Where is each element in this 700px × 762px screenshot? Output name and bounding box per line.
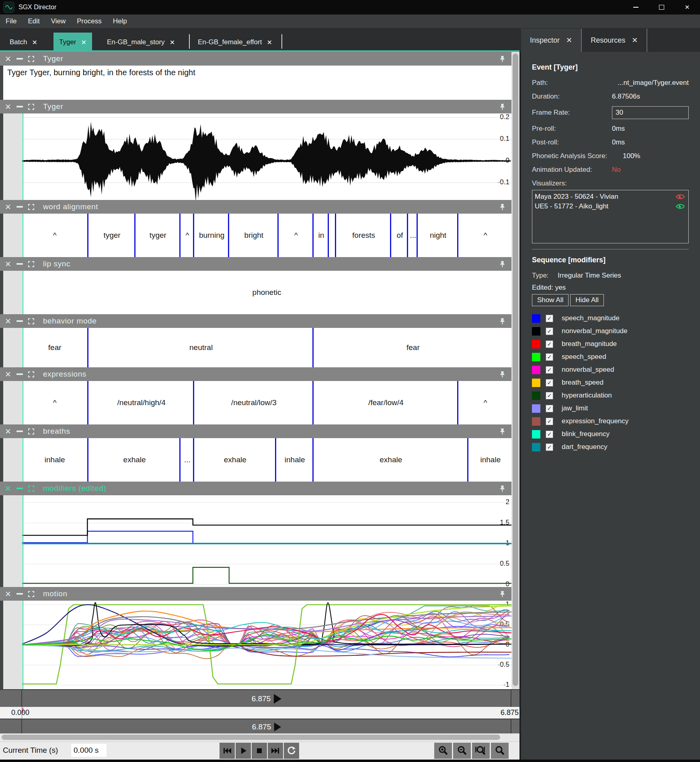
panel-maximize-icon[interactable]: [28, 428, 34, 435]
panel-close-icon[interactable]: ✕: [5, 259, 11, 269]
menu-item-edit[interactable]: Edit: [22, 14, 45, 28]
visibility-eye-icon[interactable]: [675, 203, 685, 210]
tab-batch[interactable]: Batch✕: [4, 34, 43, 50]
word-segment[interactable]: forests: [335, 214, 391, 257]
playhead-cursor[interactable]: [23, 328, 23, 367]
channel-checkbox[interactable]: ✓: [546, 340, 553, 348]
range-play-icon[interactable]: [273, 722, 281, 732]
skip-to-end-button[interactable]: [268, 743, 283, 759]
playhead-cursor[interactable]: [23, 113, 23, 200]
menu-item-view[interactable]: View: [45, 14, 72, 28]
panel-minimize-icon[interactable]: [16, 373, 23, 375]
range-play-icon[interactable]: [273, 694, 282, 704]
breath-segment[interactable]: ...: [179, 438, 194, 482]
loop-button[interactable]: [284, 743, 299, 759]
menu-item-help[interactable]: Help: [107, 14, 133, 28]
channel-checkbox[interactable]: ✓: [546, 405, 553, 412]
word-segment[interactable]: ^: [179, 214, 194, 257]
breaths-panel-content[interactable]: inhaleexhale...exhaleinhaleexhaleinhale: [0, 438, 511, 482]
zoom-fit-button[interactable]: [472, 743, 490, 759]
channel-checkbox[interactable]: ✓: [546, 418, 553, 425]
panel-minimize-icon[interactable]: [16, 320, 23, 322]
motion-chart[interactable]: [22, 601, 511, 689]
panel-maximize-icon[interactable]: [28, 371, 34, 377]
behavior-segment[interactable]: fear: [312, 328, 513, 367]
panel-close-icon[interactable]: ✕: [5, 102, 11, 111]
panel-maximize-icon[interactable]: [28, 204, 34, 210]
breath-segment[interactable]: exhale: [312, 438, 468, 482]
visibility-eye-icon[interactable]: [675, 194, 685, 200]
maximize-button[interactable]: [649, 0, 674, 14]
playhead-cursor[interactable]: [23, 271, 23, 314]
zoom-out-button[interactable]: [453, 743, 471, 759]
playhead-cursor[interactable]: [23, 381, 23, 424]
panel-minimize-icon[interactable]: [16, 430, 23, 432]
modifiers-chart[interactable]: [22, 495, 511, 587]
tab-close-icon[interactable]: ✕: [81, 39, 86, 46]
menu-item-process[interactable]: Process: [71, 14, 107, 28]
word-segment[interactable]: night: [417, 214, 458, 257]
pin-icon[interactable]: [500, 261, 505, 269]
expressions-panel-content[interactable]: ^/neutral/high/4/neutral/low/3/fear/low/…: [0, 381, 511, 424]
panel-minimize-icon[interactable]: [16, 58, 23, 60]
tab-close-icon[interactable]: ✕: [170, 39, 175, 46]
tab-close-icon[interactable]: ✕: [32, 39, 37, 46]
panel-close-icon[interactable]: ✕: [5, 589, 11, 599]
expression-segment[interactable]: /fear/low/4: [312, 381, 458, 424]
vertical-scrollbar-thumb[interactable]: [513, 54, 518, 686]
playhead-cursor[interactable]: [23, 438, 23, 482]
pin-icon[interactable]: [500, 56, 505, 64]
lip_sync-panel-content[interactable]: phonetic: [0, 271, 511, 314]
word-segment[interactable]: bright: [228, 214, 278, 257]
panel-minimize-icon[interactable]: [16, 106, 23, 107]
channel-checkbox[interactable]: ✓: [546, 353, 553, 361]
channel-checkbox[interactable]: ✓: [546, 327, 553, 335]
stop-button[interactable]: [252, 743, 267, 759]
frame-rate-input[interactable]: 30: [612, 106, 689, 119]
behavior-panel-content[interactable]: fearneutralfear: [0, 328, 511, 367]
panel-close-icon[interactable]: ✕: [5, 317, 11, 326]
channel-checkbox[interactable]: ✓: [546, 430, 553, 438]
behavior-segment[interactable]: fear: [22, 328, 87, 367]
channel-checkbox[interactable]: ✓: [546, 315, 553, 322]
tab-close-icon[interactable]: ✕: [566, 36, 572, 45]
lip-sync-segment[interactable]: phonetic: [22, 271, 511, 314]
current-time-input[interactable]: 0.000 s: [71, 744, 107, 757]
pin-icon[interactable]: [500, 103, 505, 112]
behavior-segment[interactable]: neutral: [87, 328, 313, 367]
tab-en-gb_male_story[interactable]: En-GB_male_story✕: [101, 34, 181, 50]
pin-icon[interactable]: [500, 485, 505, 494]
channel-checkbox[interactable]: ✓: [546, 392, 553, 400]
pin-icon[interactable]: [500, 371, 505, 379]
word-segment[interactable]: in: [312, 214, 329, 257]
word-segment[interactable]: ...: [407, 214, 418, 257]
close-button[interactable]: ✕: [674, 0, 700, 14]
play-button[interactable]: [236, 743, 251, 759]
word-segment[interactable]: tyger: [134, 214, 181, 257]
zoom-button[interactable]: [491, 743, 509, 759]
waveform-panel-content[interactable]: 0.20.10-0.1: [0, 113, 511, 200]
minimize-button[interactable]: [623, 0, 649, 14]
pin-icon[interactable]: [500, 318, 505, 326]
skip-to-start-button[interactable]: [220, 743, 235, 759]
expression-segment[interactable]: /neutral/low/3: [193, 381, 314, 424]
panel-close-icon[interactable]: ✕: [5, 370, 11, 379]
horizontal-scrollbar-thumb[interactable]: [2, 735, 500, 740]
panel-maximize-icon[interactable]: [28, 56, 34, 62]
panel-minimize-icon[interactable]: [16, 593, 23, 595]
panel-maximize-icon[interactable]: [28, 261, 34, 267]
breath-segment[interactable]: inhale: [275, 438, 314, 482]
waveform-chart[interactable]: [22, 113, 511, 200]
panel-close-icon[interactable]: ✕: [5, 54, 11, 64]
tab-inspector[interactable]: Inspector✕: [521, 29, 582, 52]
tab-en-gb_female_effort[interactable]: En-GB_female_effort✕: [192, 34, 278, 50]
word_alignment-panel-content[interactable]: ^tygertyger^burningbright^inforestsof...…: [0, 214, 511, 257]
breath-segment[interactable]: exhale: [193, 438, 276, 482]
word-segment[interactable]: ^: [22, 214, 87, 257]
playhead-cursor[interactable]: [23, 601, 23, 689]
panel-maximize-icon[interactable]: [28, 104, 34, 110]
hide-all-button[interactable]: Hide All: [570, 294, 604, 306]
expression-segment[interactable]: /neutral/high/4: [87, 381, 194, 424]
panel-close-icon[interactable]: ✕: [5, 484, 11, 493]
pin-icon[interactable]: [500, 428, 505, 437]
